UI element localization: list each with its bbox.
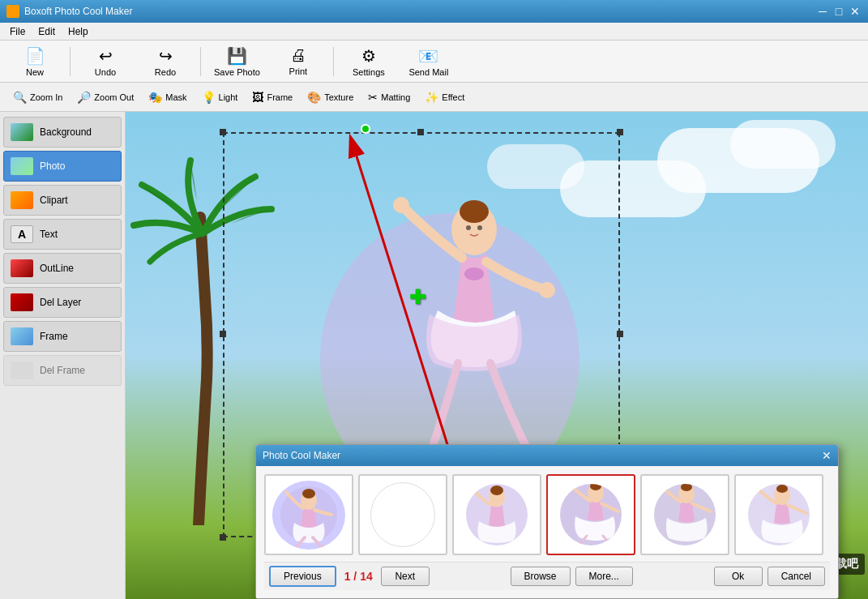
dialog-title: Photo Cool Maker [263,450,340,461]
delframe-icon [11,362,33,379]
frame-sidebar-icon [11,327,33,345]
thumbnail-6[interactable] [734,474,823,555]
handle-mr[interactable] [617,331,623,337]
svg-point-5 [466,225,471,230]
redo-icon: ↪ [159,46,173,66]
frame-label: Frame [267,92,293,102]
settings-button[interactable]: ⚙ Settings [340,44,397,79]
zoomin-button[interactable]: 🔍 Zoom In [6,88,69,106]
outline-icon [11,259,33,277]
menu-file[interactable]: File [3,24,32,39]
sidebar-item-outline[interactable]: OutLine [3,253,122,284]
sidebar-item-background[interactable]: Background [3,117,122,148]
svg-point-6 [477,225,482,230]
settings-icon: ⚙ [361,46,376,66]
dialog-close-button[interactable]: ✕ [822,449,832,462]
cancel-button[interactable]: Cancel [768,567,825,586]
next-button[interactable]: Next [381,567,430,586]
ok-button[interactable]: Ok [714,567,763,586]
menu-help[interactable]: Help [62,24,95,39]
handle-tr[interactable] [617,129,623,135]
handle-tm[interactable] [417,129,424,135]
thumb-6-inner [742,481,815,550]
title-bar-left: Boxoft Photo Cool Maker [6,5,132,18]
photo-label: Photo [40,160,65,172]
print-button[interactable]: 🖨 Print [270,44,327,79]
svg-point-7 [464,267,484,280]
thumbnail-5[interactable] [640,474,729,555]
cloud-2 [730,120,836,169]
sidebar-item-dellayer[interactable]: Del Layer [3,287,122,318]
print-label: Print [289,66,308,76]
dellayer-label: Del Layer [40,297,81,308]
sidebar-item-text[interactable]: A Text [3,219,122,250]
zoomin-icon: 🔍 [13,91,27,104]
background-label: Background [40,126,92,138]
thumbnail-4[interactable] [546,474,635,555]
save-icon: 💾 [227,46,247,66]
toolbar-sep-2 [200,47,201,76]
previous-button[interactable]: Previous [269,566,336,587]
svg-point-2 [460,200,489,223]
svg-point-20 [590,482,601,490]
minimize-button[interactable]: ─ [816,5,829,18]
sidebar: Background Photo Clipart A Text OutLine … [0,112,126,599]
title-controls: ─ □ ✕ [816,5,862,18]
handle-tl[interactable] [220,129,226,135]
light-button[interactable]: 💡 Light [195,88,245,106]
new-button[interactable]: 📄 New [6,44,63,79]
sidebar-item-frame[interactable]: Frame [3,321,122,352]
sendmail-button[interactable]: 📧 Send Mail [400,44,457,79]
photo-icon [11,157,33,175]
thumbnail-2[interactable] [358,474,447,555]
thumbnail-3[interactable] [452,474,541,555]
new-icon: 📄 [25,46,45,66]
matting-button[interactable]: ✂ Matting [361,88,417,106]
thumbnail-1[interactable] [264,474,353,555]
sidebar-item-delframe[interactable]: Del Frame [3,355,122,386]
texture-icon: 🎨 [307,91,321,104]
restore-button[interactable]: □ [832,5,845,18]
frame-toolbar-button[interactable]: 🖼 Frame [246,88,299,106]
canvas-area[interactable]: ✚ Photo Cool Maker [126,112,868,599]
menu-edit[interactable]: Edit [32,24,62,39]
texture-button[interactable]: 🎨 Texture [301,88,360,106]
print-icon: 🖨 [290,46,306,65]
zoomout-icon: 🔎 [77,91,91,104]
mask-button[interactable]: 🎭 Mask [142,88,193,106]
more-button[interactable]: More... [575,567,633,586]
effect-button[interactable]: ✨ Effect [418,88,471,106]
title-bar: Boxoft Photo Cool Maker ─ □ ✕ [0,0,868,23]
settings-label: Settings [353,67,385,77]
matting-icon: ✂ [368,91,378,104]
close-button[interactable]: ✕ [849,5,862,18]
move-handle[interactable]: ✚ [409,286,425,309]
delframe-label: Del Frame [40,365,85,376]
secondary-toolbar: 🔍 Zoom In 🔎 Zoom Out 🎭 Mask 💡 Light 🖼 Fr… [0,83,868,112]
browse-button[interactable]: Browse [511,567,571,586]
sidebar-item-photo[interactable]: Photo [3,151,122,182]
thumb-1-inner [272,481,345,550]
save-button[interactable]: 💾 Save Photo [207,44,267,79]
handle-ml[interactable] [220,331,226,337]
new-label: New [26,67,44,77]
app-icon [6,5,19,18]
dellayer-icon [11,293,33,311]
text-label: Text [40,229,58,240]
frame-sidebar-label: Frame [40,331,68,342]
rotation-handle[interactable] [361,124,370,134]
undo-button[interactable]: ↩ Undo [77,44,134,79]
matting-label: Matting [381,92,410,102]
clipart-icon [11,191,33,209]
redo-button[interactable]: ↪ Redo [137,44,194,79]
svg-point-28 [776,485,788,493]
svg-point-4 [539,282,555,298]
effect-icon: ✨ [425,91,438,104]
zoomout-button[interactable]: 🔎 Zoom Out [71,88,140,106]
handle-bl[interactable] [220,534,226,541]
frame-icon: 🖼 [252,91,263,104]
sidebar-item-clipart[interactable]: Clipart [3,185,122,216]
undo-label: Undo [95,67,116,77]
background-icon [11,123,33,141]
clipart-label: Clipart [40,195,68,206]
